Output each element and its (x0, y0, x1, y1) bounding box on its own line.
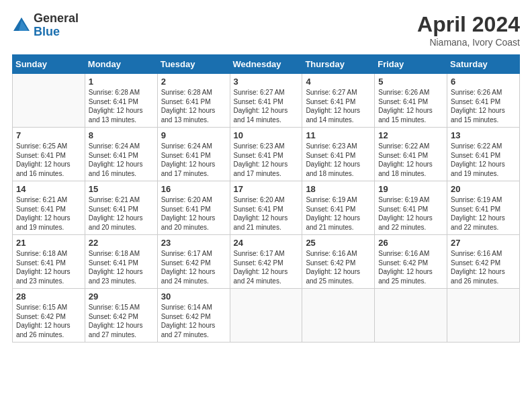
day-number: 25 (306, 238, 371, 248)
calendar-title: April 2024 (417, 12, 520, 37)
day-number: 10 (234, 130, 299, 140)
day-number: 11 (306, 130, 371, 140)
day-info: Sunrise: 6:28 AMSunset: 6:41 PMDaylight:… (161, 88, 226, 124)
calendar-cell: 19Sunrise: 6:19 AMSunset: 6:41 PMDayligh… (375, 181, 447, 235)
calendar-cell: 8Sunrise: 6:24 AMSunset: 6:41 PMDaylight… (85, 128, 157, 181)
day-number: 27 (451, 238, 516, 248)
calendar-header-saturday: Saturday (447, 55, 520, 74)
day-number: 5 (378, 77, 443, 87)
day-number: 14 (16, 184, 81, 194)
day-info: Sunrise: 6:26 AMSunset: 6:41 PMDaylight:… (451, 88, 516, 124)
day-info: Sunrise: 6:14 AMSunset: 6:42 PMDaylight:… (161, 303, 226, 339)
calendar-cell (447, 289, 520, 342)
calendar-header-sunday: Sunday (13, 55, 85, 74)
day-number: 4 (306, 77, 371, 87)
day-info: Sunrise: 6:17 AMSunset: 6:42 PMDaylight:… (234, 249, 299, 285)
day-info: Sunrise: 6:16 AMSunset: 6:42 PMDaylight:… (378, 249, 443, 285)
calendar-cell: 29Sunrise: 6:15 AMSunset: 6:42 PMDayligh… (85, 289, 157, 342)
day-info: Sunrise: 6:16 AMSunset: 6:42 PMDaylight:… (451, 249, 516, 285)
day-info: Sunrise: 6:25 AMSunset: 6:41 PMDaylight:… (16, 142, 81, 178)
day-info: Sunrise: 6:27 AMSunset: 6:41 PMDaylight:… (306, 88, 371, 124)
day-number: 30 (161, 291, 226, 302)
day-info: Sunrise: 6:28 AMSunset: 6:41 PMDaylight:… (89, 88, 154, 124)
calendar-cell (230, 289, 302, 342)
day-number: 24 (234, 238, 299, 248)
day-info: Sunrise: 6:18 AMSunset: 6:41 PMDaylight:… (89, 249, 154, 285)
calendar-cell: 15Sunrise: 6:21 AMSunset: 6:41 PMDayligh… (85, 181, 157, 235)
day-number: 29 (89, 291, 154, 302)
day-info: Sunrise: 6:15 AMSunset: 6:42 PMDaylight:… (16, 303, 81, 339)
day-info: Sunrise: 6:18 AMSunset: 6:41 PMDaylight:… (16, 249, 81, 285)
day-info: Sunrise: 6:21 AMSunset: 6:41 PMDaylight:… (16, 195, 81, 232)
calendar-cell: 14Sunrise: 6:21 AMSunset: 6:41 PMDayligh… (13, 181, 85, 235)
calendar-cell: 23Sunrise: 6:17 AMSunset: 6:42 PMDayligh… (157, 235, 230, 289)
logo: General Blue (12, 12, 79, 39)
calendar-header-wednesday: Wednesday (230, 55, 302, 74)
day-number: 23 (161, 238, 226, 248)
day-number: 22 (89, 238, 154, 248)
calendar-cell: 26Sunrise: 6:16 AMSunset: 6:42 PMDayligh… (375, 235, 447, 289)
calendar-cell (302, 289, 375, 342)
day-number: 1 (89, 77, 154, 87)
day-info: Sunrise: 6:20 AMSunset: 6:41 PMDaylight:… (234, 195, 299, 232)
calendar-week-row: 7Sunrise: 6:25 AMSunset: 6:41 PMDaylight… (13, 128, 520, 181)
logo-general-label: General (34, 12, 79, 26)
day-info: Sunrise: 6:23 AMSunset: 6:41 PMDaylight:… (234, 142, 299, 178)
day-number: 13 (451, 130, 516, 140)
calendar-week-row: 21Sunrise: 6:18 AMSunset: 6:41 PMDayligh… (13, 235, 520, 289)
calendar-cell: 1Sunrise: 6:28 AMSunset: 6:41 PMDaylight… (85, 74, 157, 128)
day-info: Sunrise: 6:17 AMSunset: 6:42 PMDaylight:… (161, 249, 226, 285)
day-info: Sunrise: 6:24 AMSunset: 6:41 PMDaylight:… (161, 142, 226, 178)
page: General Blue April 2024 Niamana, Ivory C… (0, 0, 532, 411)
day-info: Sunrise: 6:21 AMSunset: 6:41 PMDaylight:… (89, 195, 154, 232)
day-info: Sunrise: 6:23 AMSunset: 6:41 PMDaylight:… (306, 142, 371, 178)
day-info: Sunrise: 6:19 AMSunset: 6:41 PMDaylight:… (451, 195, 516, 232)
day-info: Sunrise: 6:24 AMSunset: 6:41 PMDaylight:… (89, 142, 154, 178)
day-info: Sunrise: 6:19 AMSunset: 6:41 PMDaylight:… (306, 195, 371, 232)
calendar-header-tuesday: Tuesday (157, 55, 230, 74)
calendar-header-row: SundayMondayTuesdayWednesdayThursdayFrid… (13, 55, 520, 74)
calendar-cell: 3Sunrise: 6:27 AMSunset: 6:41 PMDaylight… (230, 74, 302, 128)
day-number: 3 (234, 77, 299, 87)
day-number: 6 (451, 77, 516, 87)
day-info: Sunrise: 6:26 AMSunset: 6:41 PMDaylight:… (378, 88, 443, 124)
calendar-cell: 27Sunrise: 6:16 AMSunset: 6:42 PMDayligh… (447, 235, 520, 289)
day-number: 12 (378, 130, 443, 140)
day-number: 26 (378, 238, 443, 248)
day-number: 18 (306, 184, 371, 194)
day-info: Sunrise: 6:20 AMSunset: 6:41 PMDaylight:… (161, 195, 226, 232)
calendar-header-monday: Monday (85, 55, 157, 74)
logo-icon (12, 16, 31, 35)
calendar-cell: 4Sunrise: 6:27 AMSunset: 6:41 PMDaylight… (302, 74, 375, 128)
day-number: 20 (451, 184, 516, 194)
logo-blue-label: Blue (34, 26, 79, 39)
calendar-cell: 7Sunrise: 6:25 AMSunset: 6:41 PMDaylight… (13, 128, 85, 181)
calendar-cell: 11Sunrise: 6:23 AMSunset: 6:41 PMDayligh… (302, 128, 375, 181)
day-number: 21 (16, 238, 81, 248)
calendar-cell (13, 74, 85, 128)
calendar-cell: 20Sunrise: 6:19 AMSunset: 6:41 PMDayligh… (447, 181, 520, 235)
day-info: Sunrise: 6:27 AMSunset: 6:41 PMDaylight:… (234, 88, 299, 124)
day-info: Sunrise: 6:16 AMSunset: 6:42 PMDaylight:… (306, 249, 371, 285)
calendar-week-row: 1Sunrise: 6:28 AMSunset: 6:41 PMDaylight… (13, 74, 520, 128)
day-info: Sunrise: 6:22 AMSunset: 6:41 PMDaylight:… (451, 142, 516, 178)
day-info: Sunrise: 6:15 AMSunset: 6:42 PMDaylight:… (89, 303, 154, 339)
calendar-cell: 16Sunrise: 6:20 AMSunset: 6:41 PMDayligh… (157, 181, 230, 235)
calendar-cell: 25Sunrise: 6:16 AMSunset: 6:42 PMDayligh… (302, 235, 375, 289)
calendar-week-row: 28Sunrise: 6:15 AMSunset: 6:42 PMDayligh… (13, 289, 520, 342)
calendar-cell: 22Sunrise: 6:18 AMSunset: 6:41 PMDayligh… (85, 235, 157, 289)
calendar-cell (375, 289, 447, 342)
calendar-cell: 2Sunrise: 6:28 AMSunset: 6:41 PMDaylight… (157, 74, 230, 128)
calendar-cell: 12Sunrise: 6:22 AMSunset: 6:41 PMDayligh… (375, 128, 447, 181)
calendar-cell: 18Sunrise: 6:19 AMSunset: 6:41 PMDayligh… (302, 181, 375, 235)
calendar-cell: 28Sunrise: 6:15 AMSunset: 6:42 PMDayligh… (13, 289, 85, 342)
calendar-cell: 21Sunrise: 6:18 AMSunset: 6:41 PMDayligh… (13, 235, 85, 289)
calendar-cell: 9Sunrise: 6:24 AMSunset: 6:41 PMDaylight… (157, 128, 230, 181)
calendar-table: SundayMondayTuesdayWednesdayThursdayFrid… (12, 54, 520, 342)
day-number: 16 (161, 184, 226, 194)
day-number: 8 (89, 130, 154, 140)
calendar-header-thursday: Thursday (302, 55, 375, 74)
day-number: 2 (161, 77, 226, 87)
day-number: 28 (16, 291, 81, 302)
day-number: 19 (378, 184, 443, 194)
